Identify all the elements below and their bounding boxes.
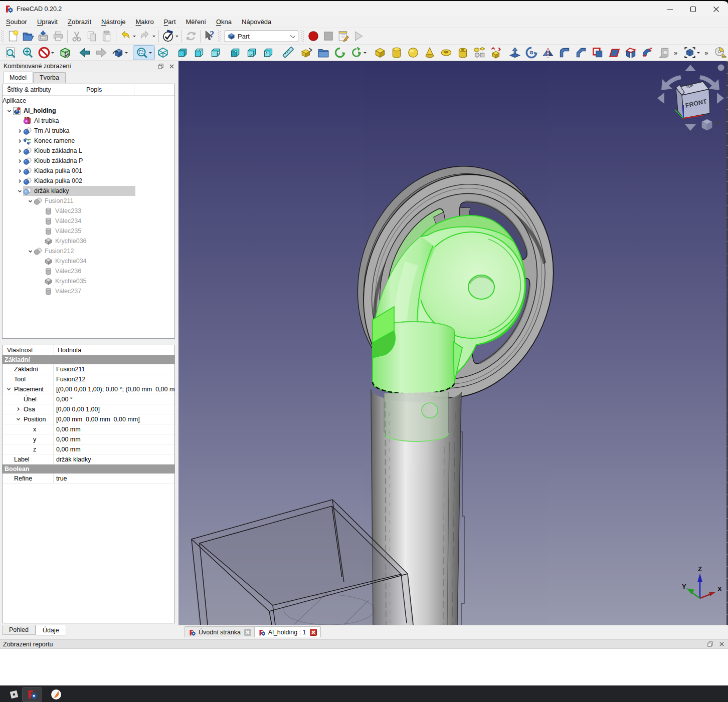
view-axonometric-button[interactable] [154, 46, 171, 60]
redo-button[interactable] [137, 29, 157, 43]
make-compound-button[interactable] [487, 46, 504, 60]
tree-item-trn-al-trubka[interactable]: Trn Al trubka [3, 126, 174, 136]
measure-tape-button[interactable] [712, 46, 728, 60]
view-front-button[interactable] [174, 46, 191, 60]
menu-upravit[interactable]: Upravit [32, 17, 63, 27]
property-row-label[interactable]: Labeldržák kladky [3, 454, 174, 464]
tab-model[interactable]: Model [3, 72, 33, 83]
macro-stop-button[interactable] [321, 29, 336, 43]
tree-item-al-holding[interactable]: Al_holding [3, 106, 174, 116]
taskbar-browser-icon[interactable] [46, 687, 66, 702]
tab-tvorba[interactable]: Tvorba [33, 72, 66, 83]
mirror-button[interactable] [539, 46, 556, 60]
group-folder-button[interactable] [315, 46, 331, 60]
expander-open[interactable] [16, 187, 23, 194]
view-fly-button[interactable] [109, 46, 130, 60]
property-value[interactable]: [(0,00 0,00 1,00); 0,00 °; (0,00 mm 0,00… [54, 384, 174, 394]
property-value[interactable]: držák kladky [54, 454, 174, 464]
view-rear-button[interactable] [227, 46, 243, 60]
expander-closed[interactable] [16, 137, 23, 144]
expander-open[interactable] [7, 387, 14, 391]
tree-item-v-lec233[interactable]: Válec233 [3, 206, 174, 216]
expander-closed[interactable] [16, 167, 23, 174]
print-button[interactable] [51, 29, 66, 43]
draw-style-dropdown[interactable] [51, 47, 55, 59]
primitive-sphere-button[interactable] [405, 46, 421, 60]
expander-closed[interactable] [16, 147, 23, 154]
whats-this-button[interactable] [202, 29, 217, 43]
primitive-cylinder-button[interactable] [388, 46, 405, 60]
expander-open[interactable] [27, 197, 34, 204]
offset-button[interactable] [655, 46, 672, 60]
link-make-button[interactable] [331, 46, 348, 60]
macro-record-button[interactable] [306, 29, 321, 43]
link-replace-dropdown[interactable] [363, 47, 368, 59]
tree-item-aplikace[interactable]: Aplikace [3, 96, 174, 106]
tree-item-krychle035[interactable]: Krychle035 [3, 276, 174, 286]
zoom-box-button[interactable] [133, 46, 154, 60]
report-float-icon[interactable] [707, 641, 713, 647]
section-button[interactable] [606, 46, 622, 60]
cut-button[interactable] [69, 29, 84, 43]
property-value[interactable]: true [54, 474, 174, 483]
document-tab--vodn-str-nka[interactable]: Úvodní stránka [185, 626, 255, 638]
navcube-minicube[interactable] [702, 119, 712, 130]
primitive-box-button[interactable] [372, 46, 388, 60]
document-tab-al-holding-1[interactable]: Al_holding : 1 [254, 626, 321, 638]
bounding-box-button[interactable] [57, 46, 73, 60]
toolbar-handle[interactable] [301, 30, 304, 42]
view-fly-dropdown[interactable] [124, 47, 129, 59]
property-row-osa[interactable]: Osa[0,00 0,00 1,00] [3, 404, 174, 414]
tree-item-konec-ramene[interactable]: Konec ramene [3, 136, 174, 146]
close-panel-icon[interactable] [169, 64, 174, 69]
tree-item-kloub-z-kladna-p[interactable]: Kloub základna P [3, 156, 174, 166]
primitive-cone-button[interactable] [421, 46, 438, 60]
view-left-button[interactable] [260, 46, 276, 60]
expander-closed[interactable] [16, 127, 23, 134]
property-value[interactable]: Fusion211 [54, 364, 174, 374]
menu-mereni[interactable]: Měření [181, 17, 211, 27]
primitive-tube-button[interactable] [454, 46, 471, 60]
new-document-button[interactable] [6, 29, 21, 43]
property-row-refine[interactable]: Refinetrue [3, 474, 174, 484]
maximize-button[interactable] [681, 2, 704, 16]
property-row-tool[interactable]: ToolFusion212 [3, 374, 174, 384]
cross-sections-button[interactable] [622, 46, 639, 60]
viewport-3d[interactable]: TOP FRONT [178, 61, 726, 625]
expander-open[interactable] [27, 248, 34, 255]
box-element-selection-button[interactable] [681, 46, 702, 60]
tree-item-v-lec236[interactable]: Válec236 [3, 266, 174, 276]
box-element-selection-dropdown[interactable] [696, 47, 701, 59]
toolbar-extension-chevron[interactable]: » [672, 49, 679, 57]
link-replace-button[interactable] [348, 46, 369, 60]
tree-item-v-lec234[interactable]: Válec234 [3, 216, 174, 226]
tab-pohled[interactable]: Pohled [2, 625, 36, 635]
open-document-button[interactable] [21, 29, 36, 43]
view-right-button[interactable] [207, 46, 224, 60]
property-value[interactable]: 0,00 mm [54, 434, 174, 444]
menu-napoveda[interactable]: Nápověda [237, 17, 276, 27]
menu-makro[interactable]: Makro [131, 17, 159, 27]
measure-distance-button[interactable] [279, 46, 296, 60]
chamfer-button[interactable] [573, 46, 589, 60]
view-top-button[interactable] [191, 46, 207, 60]
toolbar-extension-chevron[interactable]: » [702, 49, 709, 57]
report-view-content[interactable] [0, 649, 728, 685]
macro-edit-button[interactable] [336, 29, 351, 43]
save-document-button[interactable] [36, 29, 51, 43]
fit-all-button[interactable] [3, 46, 19, 60]
fillet-button[interactable] [556, 46, 573, 60]
float-panel-icon[interactable] [158, 64, 163, 69]
tree-item-fusion212[interactable]: Fusion212 [3, 246, 174, 256]
boolean-cut-button[interactable] [589, 46, 606, 60]
refresh-button[interactable] [184, 29, 199, 43]
undo-button[interactable] [118, 29, 137, 43]
toolbar-handle[interactable] [1, 30, 4, 42]
property-row-y[interactable]: y0,00 mm [3, 434, 174, 444]
menu-zobrazit[interactable]: Zobrazit [63, 17, 96, 27]
property-row-placement[interactable]: Placement[(0,00 0,00 1,00); 0,00 °; (0,0… [3, 384, 174, 394]
menu-okna[interactable]: Okna [211, 17, 237, 27]
property-value[interactable]: 0,00 mm [54, 444, 174, 454]
expander-open[interactable] [6, 107, 13, 114]
tab-close-icon[interactable] [244, 629, 251, 636]
